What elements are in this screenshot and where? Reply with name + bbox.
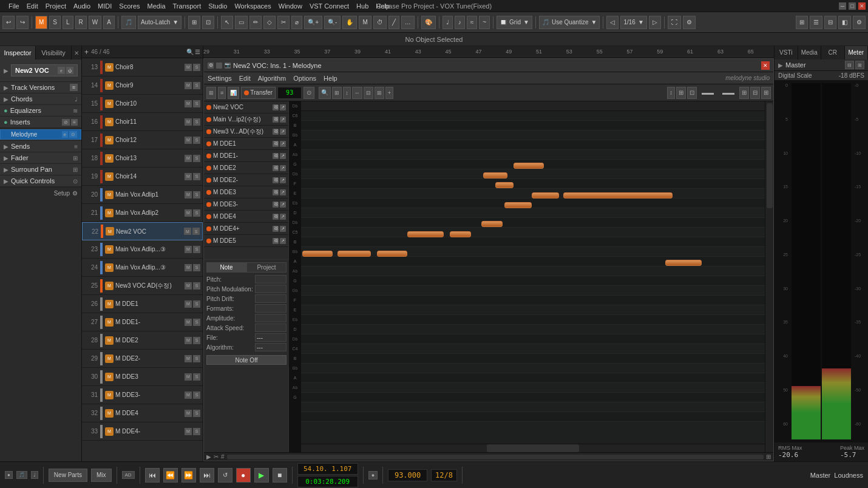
range-tool[interactable]: ▭ bbox=[235, 16, 248, 29]
mel-right-3[interactable]: ⊡ bbox=[687, 87, 697, 99]
melodyne-track-item[interactable]: New3 V...AD(수정) ⛓ ↗ bbox=[204, 126, 288, 138]
menu-edit[interactable]: Edit bbox=[23, 2, 42, 10]
track-list-search[interactable]: 🔍 bbox=[186, 49, 194, 55]
melodyne-vscroll[interactable] bbox=[765, 101, 773, 452]
mel-link-icon[interactable]: ⛓ bbox=[273, 129, 279, 135]
mute-tool[interactable]: M bbox=[359, 16, 371, 29]
track-row[interactable]: 24 M Main Vox Adlip...③ M S bbox=[82, 259, 203, 277]
fader-section[interactable]: ▶ Fader ⊞ bbox=[0, 152, 81, 164]
inserts-section[interactable]: ● Inserts ⊘ ≡ bbox=[0, 117, 81, 128]
menu-transport[interactable]: Transport bbox=[169, 2, 205, 10]
line-tool[interactable]: ╱ bbox=[388, 16, 399, 29]
mel-link-icon[interactable]: ⛓ bbox=[273, 177, 279, 183]
fast-forward-button[interactable]: ⏩ bbox=[181, 468, 196, 483]
mel-tool-b[interactable]: ↔ bbox=[352, 87, 362, 99]
mel-link-icon[interactable]: ⛓ bbox=[273, 189, 279, 195]
nudge-left[interactable]: ◁ bbox=[606, 16, 619, 29]
track-mute-btn[interactable]: M bbox=[185, 191, 192, 198]
chord-button[interactable]: ♩ bbox=[442, 16, 453, 29]
mel-link-icon[interactable]: ⛓ bbox=[273, 238, 279, 244]
track-mute-btn[interactable]: M bbox=[185, 82, 192, 89]
mel-hscrollbar[interactable] bbox=[227, 455, 764, 459]
melodyne-scroll-thumb[interactable] bbox=[487, 444, 580, 452]
mel-menu-settings[interactable]: Settings bbox=[208, 75, 232, 82]
mode-l-button[interactable]: L bbox=[63, 16, 73, 29]
track-row[interactable]: 26 M M DDE1 M S bbox=[82, 295, 203, 313]
menu-project[interactable]: Project bbox=[42, 2, 70, 10]
menu-hub[interactable]: Hub bbox=[353, 2, 372, 10]
menu-studio[interactable]: Studio bbox=[205, 2, 231, 10]
track-solo-btn[interactable]: S bbox=[193, 82, 200, 89]
melodyne-bypass[interactable]: ⊙ bbox=[69, 131, 77, 138]
track-row[interactable]: 29 M M DDE2- M S bbox=[82, 350, 203, 368]
melodyne-cam-icon[interactable]: 📷 bbox=[225, 63, 231, 69]
stop-button[interactable]: ■ bbox=[273, 468, 287, 483]
layout-btn3[interactable]: ⊟ bbox=[824, 16, 836, 29]
master-btn1[interactable]: ⊟ bbox=[845, 61, 854, 69]
melodyne-track-item[interactable]: M DDE4+ ⛓ ↗ bbox=[204, 223, 288, 235]
mel-tool-3[interactable]: 📊 bbox=[228, 87, 239, 99]
melodyne-settings-icon[interactable]: ⚙ bbox=[208, 63, 214, 69]
fast-rewind-button[interactable]: ⏪ bbox=[163, 468, 178, 483]
melodyne-power[interactable]: e bbox=[62, 131, 68, 138]
layout-btn2[interactable]: ☰ bbox=[810, 16, 822, 29]
track-solo-btn[interactable]: S bbox=[193, 264, 200, 271]
melodyne-scrollbar[interactable] bbox=[301, 444, 765, 452]
nudge-right[interactable]: ▷ bbox=[649, 16, 661, 29]
mel-expand-bottom[interactable]: ⊞ bbox=[766, 453, 771, 460]
mel-open-icon[interactable]: ↗ bbox=[280, 202, 286, 208]
mel-tool-2[interactable]: ≡ bbox=[218, 87, 226, 99]
visibility-tab[interactable]: Visibility bbox=[36, 46, 72, 59]
note-blob[interactable] bbox=[337, 251, 371, 257]
mel-menu-edit[interactable]: Edit bbox=[239, 75, 251, 82]
mel-link-icon[interactable]: ⛓ bbox=[273, 165, 279, 171]
redo-button[interactable]: ↪ bbox=[16, 16, 29, 29]
track-mute-btn[interactable]: M bbox=[185, 64, 192, 71]
track-mute-btn[interactable]: M bbox=[185, 355, 192, 362]
mode-w-button[interactable]: W bbox=[89, 16, 101, 29]
track-row[interactable]: 32 M M DDE4 M S bbox=[82, 404, 203, 422]
inspector-close[interactable]: ✕ bbox=[72, 46, 81, 59]
menu-file[interactable]: File bbox=[5, 2, 23, 10]
melodyne-track-item[interactable]: M DDE2- ⛓ ↗ bbox=[204, 174, 288, 186]
cr-tab[interactable]: CR bbox=[821, 46, 845, 59]
auto-latch-dropdown[interactable]: Auto-Latch ▼ bbox=[138, 16, 181, 29]
transfer-control[interactable]: Transfer bbox=[241, 87, 276, 99]
track-row[interactable]: 27 M M DDE1- M S bbox=[82, 313, 203, 331]
glue-tool[interactable]: ⌀ bbox=[291, 16, 302, 29]
mel-open-icon[interactable]: ↗ bbox=[280, 141, 286, 147]
track-mute-btn[interactable]: M bbox=[185, 264, 192, 271]
mel-link-icon[interactable]: ⛓ bbox=[273, 117, 279, 123]
mel-tool-1[interactable]: ⊞ bbox=[206, 87, 216, 99]
new-parts-button[interactable]: New Parts bbox=[49, 469, 87, 482]
track-solo-btn[interactable]: S bbox=[193, 373, 200, 381]
bottom-click-btn[interactable]: ♩ bbox=[31, 471, 38, 479]
track-mute-btn[interactable]: M bbox=[185, 246, 192, 253]
track-mute-btn[interactable]: M bbox=[185, 410, 192, 417]
track-row[interactable]: 17 M Choir12 M S bbox=[82, 131, 203, 149]
melodyne-track-item[interactable]: New2 VOC ⛓ ↗ bbox=[204, 101, 288, 114]
melodyne-close-button[interactable]: ✕ bbox=[761, 61, 770, 70]
track-mute-btn[interactable]: M bbox=[185, 428, 192, 435]
track-mute-btn[interactable]: M bbox=[185, 282, 192, 290]
record-button[interactable]: ● bbox=[236, 468, 251, 483]
menu-audio[interactable]: Audio bbox=[70, 2, 94, 10]
track-row[interactable]: 22 M New2 VOC M S bbox=[82, 222, 203, 240]
track-solo-btn[interactable]: S bbox=[193, 391, 200, 399]
split-tool[interactable]: ✂ bbox=[277, 16, 290, 29]
tool-extra[interactable]: … bbox=[401, 16, 415, 29]
master-bottom-label[interactable]: Master bbox=[810, 472, 831, 479]
mel-link-icon[interactable]: ⛓ bbox=[273, 226, 279, 232]
hand-tool[interactable]: ✋ bbox=[342, 16, 357, 29]
track-mute-btn[interactable]: M bbox=[185, 100, 192, 107]
mel-menu-help[interactable]: Help bbox=[324, 75, 337, 82]
track-solo-btn[interactable]: S bbox=[193, 155, 200, 162]
note-blob[interactable] bbox=[495, 182, 514, 188]
layout-btn4[interactable]: ◧ bbox=[838, 16, 851, 29]
note-blob[interactable] bbox=[532, 192, 559, 198]
mel-open-icon[interactable]: ↗ bbox=[280, 238, 286, 244]
melodyne-track-item[interactable]: M DDE1- ⛓ ↗ bbox=[204, 150, 288, 162]
inserts-settings[interactable]: ≡ bbox=[71, 119, 78, 126]
mel-open-icon[interactable]: ↗ bbox=[280, 153, 286, 159]
melodyne-track-item[interactable]: M DDE3- ⛓ ↗ bbox=[204, 198, 288, 211]
